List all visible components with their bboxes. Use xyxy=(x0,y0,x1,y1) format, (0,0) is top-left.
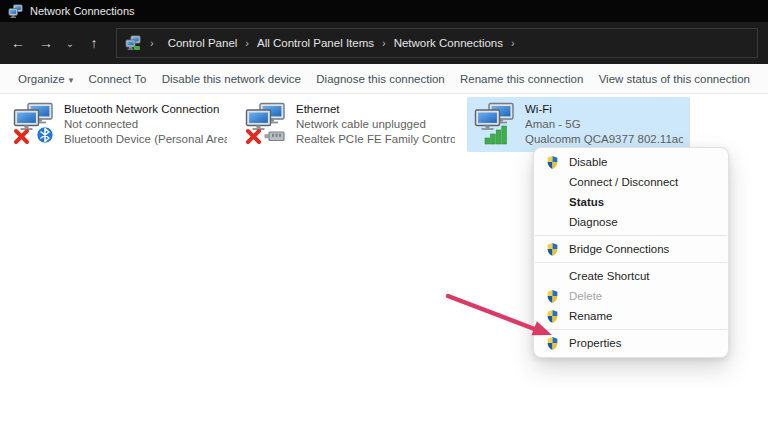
breadcrumb-separator: › xyxy=(508,37,518,49)
breadcrumb-separator: › xyxy=(147,37,157,49)
command-toolbar: Organize▾Connect To▾Disable this network… xyxy=(0,64,768,94)
address-location-icon xyxy=(125,35,141,51)
context-menu-item-label: Rename xyxy=(569,310,612,322)
up-arrow-icon: ↑ xyxy=(91,35,98,51)
connection-device: Bluetooth Device (Personal Area ... xyxy=(64,132,227,147)
breadcrumb-separator: › xyxy=(379,37,389,49)
context-menu-item[interactable]: Bridge Connections xyxy=(534,239,728,259)
toolbar-button[interactable]: Connect To▾ xyxy=(88,73,146,85)
connection-name: Wi-Fi xyxy=(525,102,683,117)
context-menu-item-label: Create Shortcut xyxy=(569,270,650,282)
network-adapter-icon xyxy=(474,102,516,145)
connection-status: Not connected xyxy=(64,117,227,132)
menu-separator xyxy=(535,329,727,330)
uac-shield-icon xyxy=(546,336,559,351)
context-menu-item-label: Connect / Disconnect xyxy=(569,176,678,188)
back-button[interactable]: ← xyxy=(4,29,32,57)
connection-name: Ethernet xyxy=(296,102,455,117)
network-adapter-icon xyxy=(13,102,55,145)
network-connections-app-icon xyxy=(8,4,23,19)
context-menu-item[interactable]: Status xyxy=(534,192,728,212)
breadcrumb-item[interactable]: Control Panel xyxy=(163,37,243,49)
back-arrow-icon: ← xyxy=(11,35,25,51)
breadcrumb: Control Panel › All Control Panel Items … xyxy=(163,37,518,49)
context-menu-item-label: Disable xyxy=(569,156,607,168)
breadcrumb-item[interactable]: Network Connections xyxy=(389,37,508,49)
connection-name: Bluetooth Network Connection xyxy=(64,102,227,117)
error-x-icon xyxy=(248,131,259,142)
uac-shield-icon xyxy=(546,155,559,170)
bluetooth-icon xyxy=(37,127,53,143)
toolbar-button[interactable]: View status of this connection▾ xyxy=(599,73,750,85)
context-menu-item-label: Properties xyxy=(569,337,621,349)
context-menu-item[interactable]: Diagnose xyxy=(534,212,728,232)
breadcrumb-separator: › xyxy=(242,37,252,49)
connection-item[interactable]: Wi-Fi Aman - 5G Qualcomm QCA9377 802.11a… xyxy=(467,97,690,152)
toolbar-button[interactable]: Disable this network device▾ xyxy=(162,73,301,85)
context-menu-item[interactable]: Create Shortcut xyxy=(534,266,728,286)
context-menu-item-label: Bridge Connections xyxy=(569,243,669,255)
context-menu-item-label: Delete xyxy=(569,290,602,302)
context-menu: Disable Connect / Disconnect xyxy=(533,147,729,358)
dropdown-caret-icon: ▾ xyxy=(69,75,74,85)
network-adapter-icon xyxy=(245,102,287,145)
chevron-down-icon: ⌄ xyxy=(66,38,74,49)
uac-shield-icon xyxy=(546,289,559,304)
context-menu-item-label: Status xyxy=(569,196,604,208)
context-menu-item[interactable]: Disable xyxy=(534,152,728,172)
breadcrumb-item[interactable]: All Control Panel Items xyxy=(252,37,379,49)
menu-separator xyxy=(535,262,727,263)
title-bar: Network Connections xyxy=(0,0,768,22)
toolbar-button[interactable]: Rename this connection▾ xyxy=(460,73,583,85)
context-menu-item[interactable]: Delete xyxy=(534,286,728,306)
connection-status: Aman - 5G xyxy=(525,117,683,132)
uac-shield-icon xyxy=(546,242,559,257)
uac-shield-icon xyxy=(546,309,559,324)
connection-device: Qualcomm QCA9377 802.11ac Wi... xyxy=(525,132,683,147)
error-x-icon xyxy=(16,131,27,142)
ethernet-connector-icon xyxy=(265,132,285,141)
connection-status: Network cable unplugged xyxy=(296,117,455,132)
toolbar-button[interactable]: Organize▾ xyxy=(18,73,73,85)
forward-arrow-icon: → xyxy=(39,35,53,51)
window-title: Network Connections xyxy=(30,5,135,17)
recent-locations-button[interactable]: ⌄ xyxy=(60,29,80,57)
up-button[interactable]: ↑ xyxy=(80,29,108,57)
forward-button[interactable]: → xyxy=(32,29,60,57)
toolbar-button[interactable]: Diagnose this connection▾ xyxy=(316,73,445,85)
context-menu-item-label: Diagnose xyxy=(569,216,618,228)
context-menu-item[interactable]: Connect / Disconnect xyxy=(534,172,728,192)
connection-item[interactable]: Bluetooth Network Connection Not connect… xyxy=(6,97,234,152)
address-bar[interactable]: › Control Panel › All Control Panel Item… xyxy=(116,28,758,58)
navigation-bar: ← → ⌄ ↑ › Control Panel › All Control Pa… xyxy=(0,22,768,64)
connection-item[interactable]: Ethernet Network cable unplugged Realtek… xyxy=(238,97,462,152)
context-menu-item[interactable]: Rename xyxy=(534,306,728,326)
context-menu-item[interactable]: Properties xyxy=(534,333,728,353)
menu-separator xyxy=(535,235,727,236)
connection-device: Realtek PCIe FE Family Controller xyxy=(296,132,455,147)
